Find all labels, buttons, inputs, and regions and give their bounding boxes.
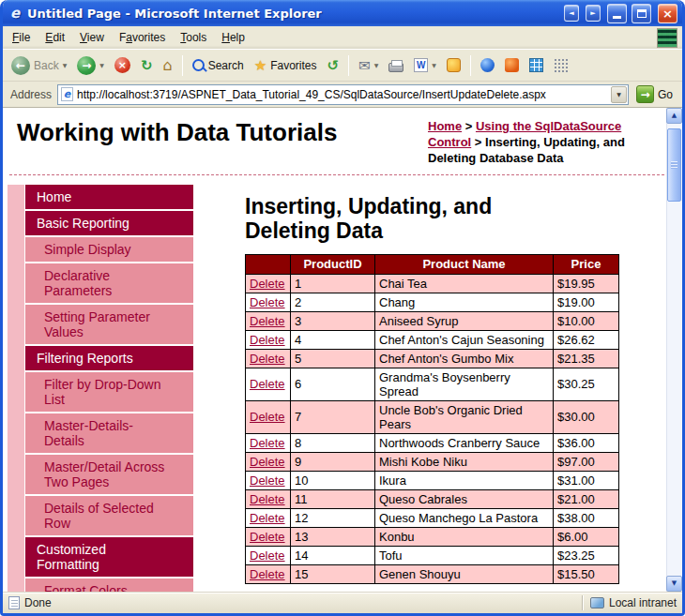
scrollbar-thumb[interactable] xyxy=(667,128,681,202)
back-dropdown-icon[interactable]: ▼ xyxy=(63,62,68,68)
toolbar-extra-button-4[interactable] xyxy=(549,55,572,75)
sidebar-item-declarative-parameters[interactable]: Declarative Parameters xyxy=(24,263,193,305)
edit-dropdown-icon[interactable]: ▼ xyxy=(432,62,436,68)
menu-item-file[interactable]: File xyxy=(5,28,38,47)
search-label: Search xyxy=(208,59,244,72)
menu-item-favorites[interactable]: Favorites xyxy=(112,28,173,47)
breadcrumb-link[interactable]: Home xyxy=(428,119,462,133)
product-price-cell: $36.00 xyxy=(554,433,619,452)
delete-cell: Delete xyxy=(246,471,291,489)
print-button[interactable] xyxy=(384,56,408,75)
messenger-icon xyxy=(447,58,461,72)
product-price-cell: $30.25 xyxy=(554,368,619,400)
refresh-button[interactable]: ↻ xyxy=(136,54,158,77)
sidebar-item-format-colors[interactable]: Format Colors xyxy=(24,578,193,592)
edit-button[interactable]: W ▼ xyxy=(409,55,441,75)
menu-item-view[interactable]: View xyxy=(72,28,112,47)
maximize-button[interactable] xyxy=(632,4,651,23)
sidebar-item-filtering-reports[interactable]: Filtering Reports xyxy=(24,346,193,372)
address-label: Address xyxy=(7,88,52,101)
sidebar-item-setting-parameter-values[interactable]: Setting Parameter Values xyxy=(24,305,193,346)
delete-link[interactable]: Delete xyxy=(250,492,285,506)
delete-link[interactable]: Delete xyxy=(250,473,285,488)
delete-cell: Delete xyxy=(246,349,291,368)
forward-button[interactable]: → ▼ xyxy=(72,53,109,78)
delete-link[interactable]: Delete xyxy=(250,530,285,544)
toolbar-extra-button-1[interactable] xyxy=(476,55,499,75)
product-name-cell: Uncle Bob's Organic Dried Pears xyxy=(375,400,554,433)
mail-dropdown-icon[interactable]: ▼ xyxy=(374,62,379,68)
sidebar-item-home[interactable]: Home xyxy=(24,185,193,211)
minimize-button[interactable] xyxy=(607,4,627,23)
table-row: Delete 9 Mishi Kobe Niku $97.00 xyxy=(246,452,619,471)
title-bar[interactable]: e Untitled Page - Microsoft Internet Exp… xyxy=(3,0,682,26)
page-heading: Inserting, Updating, and Deleting Data xyxy=(245,194,555,243)
scroll-up-button[interactable]: ▲ xyxy=(666,108,682,124)
history-button[interactable]: ↺ xyxy=(323,54,344,77)
delete-cell: Delete xyxy=(246,452,291,471)
mail-button[interactable]: ✉ ▼ xyxy=(354,54,383,77)
delete-link[interactable]: Delete xyxy=(250,455,285,469)
address-box[interactable]: e ▼ xyxy=(57,84,629,105)
back-button[interactable]: ← Back ▼ xyxy=(7,53,71,78)
throbber-icon xyxy=(657,28,677,48)
sidebar-item-master-detail-across-two-pages[interactable]: Master/Detail Across Two Pages xyxy=(24,455,193,496)
column-header: Product Name xyxy=(375,254,554,274)
home-icon: ⌂ xyxy=(163,56,173,74)
product-id-cell: 3 xyxy=(291,311,375,330)
toolbar-extra-button-2[interactable] xyxy=(500,55,524,75)
menu-item-tools[interactable]: Tools xyxy=(173,28,214,47)
table-row: Delete 3 Aniseed Syrup $10.00 xyxy=(246,311,619,330)
delete-link[interactable]: Delete xyxy=(250,410,285,424)
search-button[interactable]: Search xyxy=(188,56,249,75)
product-id-cell: 5 xyxy=(291,349,375,368)
sidebar-item-customized-formatting[interactable]: Customized Formatting xyxy=(24,537,193,578)
content-area: Working with Data Tutorials Home > Using… xyxy=(3,107,682,592)
sidebar-item-filter-by-drop-down-list[interactable]: Filter by Drop-Down List xyxy=(24,372,193,413)
address-dropdown-button[interactable]: ▼ xyxy=(611,86,627,103)
product-price-cell: $21.35 xyxy=(554,349,619,368)
sidebar-item-details-of-selected-row[interactable]: Details of Selected Row xyxy=(24,496,193,537)
favorites-button[interactable]: ★ Favorites xyxy=(250,54,322,77)
delete-link[interactable]: Delete xyxy=(250,567,285,581)
sidebar-item-basic-reporting[interactable]: Basic Reporting xyxy=(24,211,193,237)
product-price-cell: $19.95 xyxy=(554,274,619,293)
delete-link[interactable]: Delete xyxy=(250,352,285,366)
product-name-cell: Northwoods Cranberry Sauce xyxy=(375,433,554,452)
delete-cell: Delete xyxy=(246,274,291,293)
go-button[interactable]: → Go xyxy=(634,85,678,103)
menu-item-edit[interactable]: Edit xyxy=(38,28,72,47)
scroll-down-button[interactable]: ▼ xyxy=(666,576,682,592)
product-id-cell: 7 xyxy=(291,400,375,433)
product-name-cell: Grandma's Boysenberry Spread xyxy=(375,368,554,400)
delete-link[interactable]: Delete xyxy=(250,277,285,291)
product-id-cell: 12 xyxy=(291,508,375,527)
delete-link[interactable]: Delete xyxy=(250,314,285,328)
close-button[interactable]: × xyxy=(658,4,677,23)
delete-link[interactable]: Delete xyxy=(250,511,285,525)
delete-link[interactable]: Delete xyxy=(250,333,285,347)
vertical-scrollbar[interactable]: ▲ ▼ xyxy=(666,108,682,592)
intranet-zone-icon xyxy=(590,597,604,608)
delete-cell: Delete xyxy=(246,330,291,349)
delete-link[interactable]: Delete xyxy=(250,295,285,309)
sidebar-item-simple-display[interactable]: Simple Display xyxy=(24,237,193,263)
delete-link[interactable]: Delete xyxy=(250,377,285,391)
stop-button[interactable]: × xyxy=(110,54,135,76)
delete-link[interactable]: Delete xyxy=(250,436,285,450)
back-label: Back xyxy=(34,59,59,72)
product-id-cell: 13 xyxy=(291,527,375,546)
address-input[interactable] xyxy=(77,88,607,101)
messenger-button[interactable] xyxy=(442,55,465,75)
window-extra-right-button[interactable]: ► xyxy=(586,5,601,22)
product-price-cell: $38.00 xyxy=(554,508,619,527)
window-extra-left-button[interactable]: ◄ xyxy=(564,5,579,22)
product-name-cell: Tofu xyxy=(375,546,554,564)
delete-link[interactable]: Delete xyxy=(250,548,285,563)
home-button[interactable]: ⌂ xyxy=(159,53,177,77)
sidebar-item-master-details-details[interactable]: Master-Details-Details xyxy=(24,413,193,455)
toolbar-extra-button-3[interactable] xyxy=(525,55,548,75)
refresh-icon: ↻ xyxy=(141,57,153,74)
menu-item-help[interactable]: Help xyxy=(214,28,252,47)
forward-dropdown-icon[interactable]: ▼ xyxy=(99,62,104,68)
